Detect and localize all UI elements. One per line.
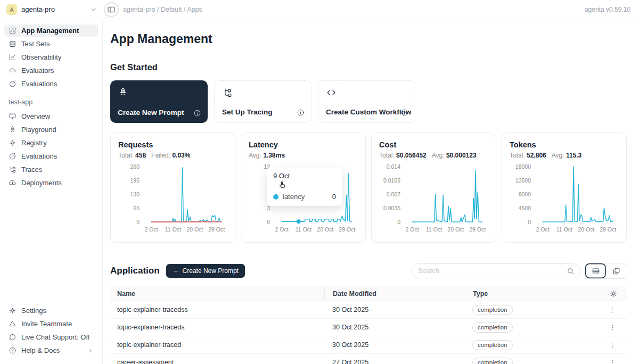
rocket-icon — [118, 87, 200, 97]
svg-text:20 Oct: 20 Oct — [186, 226, 203, 233]
card-view-button[interactable] — [606, 263, 627, 278]
topbar: A agenta-pro agenta-pro / Default / Apps… — [0, 0, 639, 19]
search-input[interactable] — [418, 267, 567, 275]
svg-text:2 Oct: 2 Oct — [144, 226, 158, 233]
info-icon[interactable] — [297, 109, 305, 117]
table-row[interactable]: topic-explainer-tracedss30 Oct 2025compl… — [110, 301, 627, 319]
table-body: topic-explainer-tracedss30 Oct 2025compl… — [110, 301, 627, 364]
application-header: Application Create New Prompt — [110, 263, 627, 279]
svg-text:13500: 13500 — [515, 177, 531, 184]
sidebar-item-label: App Management — [21, 27, 79, 35]
table-row[interactable]: topic-explainer-traceds30 Oct 2025comple… — [110, 319, 627, 336]
cell-name: topic-explainer-traced — [110, 341, 324, 349]
type-badge: completion — [472, 322, 513, 333]
workspace-switcher[interactable]: A agenta-pro — [6, 4, 97, 15]
sidebar-item-label: Observability — [21, 53, 61, 61]
sidebar-item-evaluations[interactable]: Evaluations — [4, 150, 98, 162]
cloud-upload-icon — [9, 179, 17, 187]
info-icon[interactable] — [193, 109, 201, 117]
tree-icon — [222, 87, 304, 98]
table-row[interactable]: topic-explainer-traced30 Oct 2025complet… — [110, 336, 627, 354]
plus-icon — [173, 268, 179, 275]
sidebar-item-label: Traces — [21, 166, 42, 173]
info-icon[interactable] — [400, 109, 408, 117]
sidebar-item-label: Help & Docs — [21, 346, 60, 354]
column-settings-icon[interactable] — [609, 289, 627, 298]
main-content: App Management Get Started Create New Pr… — [103, 19, 639, 364]
get-started-card-create-new-prompt[interactable]: Create New Prompt — [110, 80, 208, 123]
search-box — [411, 263, 580, 278]
metric-title: Cost — [379, 140, 491, 149]
table-view-button[interactable] — [585, 263, 606, 278]
get-started-cards: Create New PromptSet Up TracingCreate Cu… — [110, 80, 627, 123]
cell-type: completion — [464, 322, 609, 333]
row-actions-icon[interactable] — [609, 359, 627, 364]
sidebar-item-help-docs[interactable]: Help & Docs — [4, 344, 98, 357]
row-actions-icon[interactable] — [609, 341, 627, 349]
header-type[interactable]: Type — [464, 286, 609, 301]
create-new-prompt-label: Create New Prompt — [183, 267, 239, 275]
series-dot — [273, 194, 278, 200]
svg-text:11 Oct: 11 Oct — [556, 226, 572, 233]
table-row[interactable]: career-assessment27 Oct 2025completion — [110, 354, 627, 364]
sidebar-item-evaluators[interactable]: Evaluators — [4, 64, 98, 77]
sidebar-item-test-sets[interactable]: Test Sets — [4, 38, 98, 50]
svg-text:65: 65 — [133, 205, 140, 211]
sidebar-item-label: Registry — [21, 139, 47, 147]
sidebar-app-nav: OverviewPlaygroundRegistryEvaluationsTra… — [4, 110, 98, 190]
metric-card-latency: LatencyAvg: 1.38ms1296302 Oct11 Oct20 Oc… — [241, 133, 366, 243]
workspace-name: agenta-pro — [21, 5, 55, 13]
sidebar-item-settings[interactable]: Settings — [4, 304, 98, 317]
page-title: App Management — [110, 32, 627, 46]
sidebar-item-registry[interactable]: Registry — [4, 137, 98, 149]
sidebar-item-app-management[interactable]: App Management — [4, 24, 98, 37]
search-icon[interactable] — [567, 267, 575, 275]
metric-title: Requests — [118, 140, 231, 149]
sidebar-item-label: Overview — [21, 112, 50, 120]
svg-text:195: 195 — [130, 177, 140, 184]
create-new-prompt-button[interactable]: Create New Prompt — [166, 264, 245, 278]
metric-stats: Avg: 1.38ms — [249, 152, 361, 159]
sidebar-item-observability[interactable]: Observability — [4, 51, 98, 63]
sidebar-item-invite-teammate[interactable]: Invite Teammate — [4, 318, 98, 330]
sidebar-item-label: Playground — [21, 126, 56, 134]
cell-name: topic-explainer-traceds — [110, 324, 324, 331]
cell-name: career-assessment — [110, 359, 324, 364]
svg-text:20 Oct: 20 Oct — [578, 226, 594, 233]
get-started-card-set-up-tracing[interactable]: Set Up Tracing — [214, 80, 312, 123]
sidebar-toggle-button[interactable] — [104, 2, 119, 17]
sidebar-item-overview[interactable]: Overview — [4, 110, 98, 122]
code-icon — [326, 87, 407, 98]
sidebar-item-evaluations[interactable]: Evaluations — [4, 78, 98, 90]
type-badge: completion — [472, 305, 513, 315]
metric-stats: Total: $0.056452Avg: $0.000123 — [379, 152, 491, 159]
sidebar-item-live-chat-support-off[interactable]: Live Chat Support: Off — [4, 331, 98, 343]
chevron-down-icon — [90, 6, 97, 13]
svg-text:18000: 18000 — [515, 163, 531, 170]
sidebar-item-traces[interactable]: Traces — [4, 163, 98, 176]
chart-tooltip: 9 Octlatency0 — [267, 167, 342, 206]
svg-text:29 Oct: 29 Oct — [600, 226, 616, 233]
svg-text:0.014: 0.014 — [387, 163, 400, 170]
metric-title: Latency — [249, 140, 361, 149]
svg-text:0.0105: 0.0105 — [383, 177, 400, 184]
header-date-modified[interactable]: Date Modified — [324, 286, 464, 301]
get-started-card-create-custom-workflow[interactable]: Create Custom Workflow — [318, 80, 415, 123]
sidebar-item-deployments[interactable]: Deployments — [4, 177, 98, 189]
table-icon — [9, 40, 17, 48]
sidebar-item-playground[interactable]: Playground — [4, 123, 98, 136]
metric-chart: 0.0140.01050.0070.003502 Oct11 Oct20 Oct… — [379, 162, 491, 234]
grid-icon — [9, 27, 17, 35]
svg-text:0: 0 — [136, 219, 140, 225]
sidebar-item-label: Settings — [21, 307, 46, 315]
get-started-card-label: Create New Prompt — [118, 109, 184, 117]
header-name[interactable]: Name — [110, 290, 324, 297]
row-actions-icon[interactable] — [609, 306, 627, 314]
get-started-card-label: Set Up Tracing — [222, 108, 273, 116]
speedometer-icon — [9, 152, 17, 160]
svg-text:29 Oct: 29 Oct — [339, 226, 355, 233]
row-actions-icon[interactable] — [609, 324, 627, 332]
svg-text:0: 0 — [397, 219, 400, 225]
svg-text:29 Oct: 29 Oct — [469, 226, 486, 233]
sidebar-item-label: Evaluations — [21, 80, 57, 88]
